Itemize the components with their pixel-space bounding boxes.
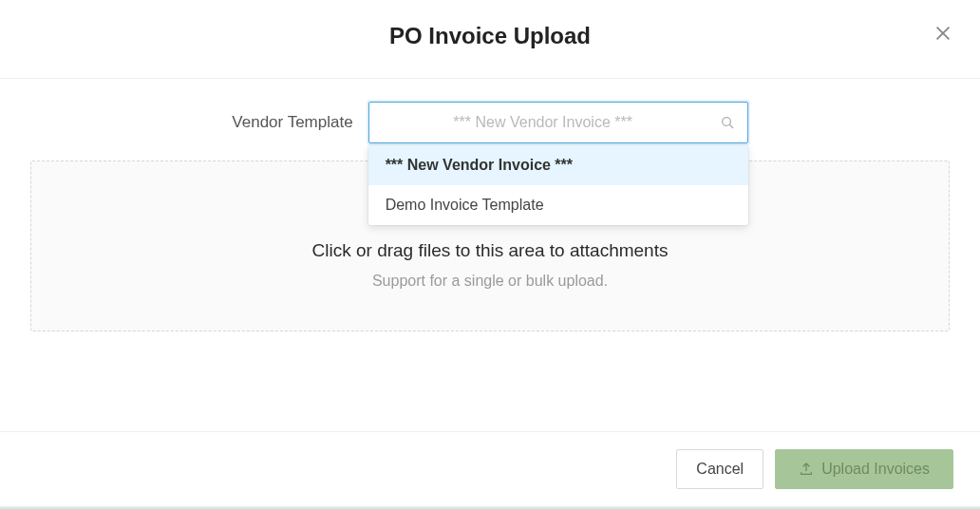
- modal-header: PO Invoice Upload: [0, 0, 980, 79]
- dropzone-subtitle: Support for a single or bulk upload.: [372, 273, 608, 290]
- dropdown-option[interactable]: *** New Vendor Invoice ***: [368, 145, 748, 185]
- vendor-template-dropdown: *** New Vendor Invoice *** Demo Invoice …: [368, 145, 748, 225]
- modal-shadow: [0, 506, 980, 510]
- upload-invoices-button[interactable]: Upload Invoices: [775, 449, 953, 489]
- modal-footer: Cancel Upload Invoices: [0, 431, 980, 510]
- vendor-template-field: Vendor Template *** New Vendor Invoice *…: [30, 102, 950, 143]
- vendor-template-select[interactable]: *** New Vendor Invoice *** Demo Invoice …: [368, 102, 748, 143]
- modal-title: PO Invoice Upload: [19, 23, 961, 49]
- dropdown-option[interactable]: Demo Invoice Template: [368, 185, 748, 225]
- modal-body: Vendor Template *** New Vendor Invoice *…: [0, 79, 980, 431]
- close-icon[interactable]: [933, 23, 953, 44]
- upload-button-label: Upload Invoices: [821, 461, 930, 478]
- upload-icon: [799, 462, 814, 477]
- cancel-button[interactable]: Cancel: [676, 449, 763, 489]
- cancel-button-label: Cancel: [696, 461, 744, 478]
- vendor-template-label: Vendor Template: [232, 113, 352, 132]
- dropzone-title: Click or drag files to this area to atta…: [312, 240, 669, 261]
- vendor-template-input[interactable]: [368, 102, 748, 143]
- po-invoice-upload-modal: PO Invoice Upload Vendor Template *** N: [0, 0, 980, 510]
